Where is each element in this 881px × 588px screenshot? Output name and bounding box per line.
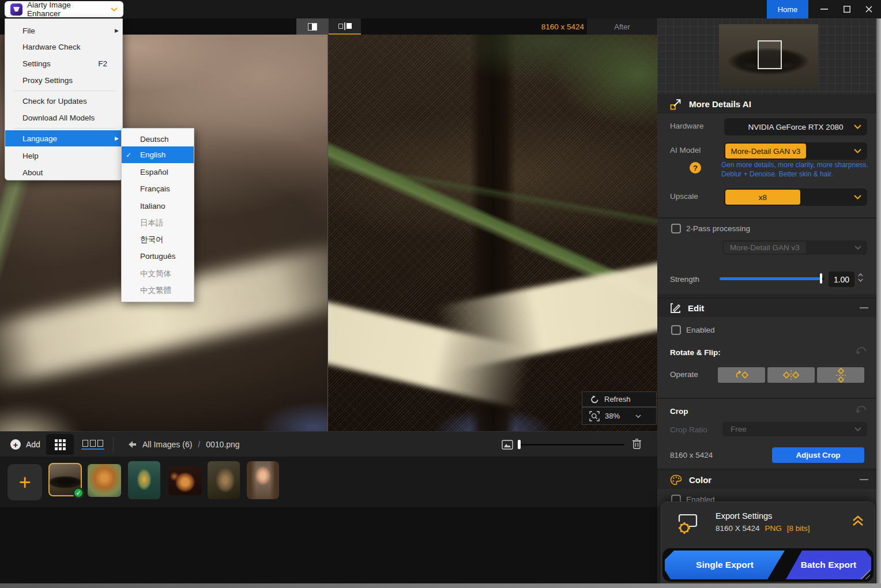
- chevron-down-icon: [854, 427, 861, 431]
- window-edge-right[interactable]: [876, 18, 881, 588]
- breadcrumb-current-file: 0010.png: [206, 440, 239, 449]
- menu-item-proxy-settings[interactable]: Proxy Settings: [5, 72, 123, 88]
- menu-item-download-models[interactable]: Download All Models: [5, 110, 123, 126]
- processed-check-icon: ✓: [73, 487, 84, 499]
- side-by-side-compare-button[interactable]: [329, 18, 361, 35]
- language-submenu: Deutsch ✓ English Español Français Itali…: [121, 128, 194, 302]
- edit-section-header[interactable]: Edit: [657, 297, 876, 317]
- minimize-button[interactable]: [814, 0, 834, 18]
- navigator-minimap: [657, 18, 876, 94]
- ai-model-value: More-Detail GAN v3: [725, 144, 806, 159]
- thumbnail-size-slider-handle[interactable]: [518, 440, 521, 449]
- flip-horizontal-button[interactable]: [767, 367, 815, 383]
- menu-item-check-updates[interactable]: Check for Updates: [5, 93, 123, 109]
- crop-undo-icon[interactable]: [856, 405, 867, 413]
- collapse-edit-icon[interactable]: [860, 307, 868, 308]
- language-item-korean[interactable]: 한국어: [122, 231, 194, 248]
- back-arrow-icon[interactable]: [128, 440, 137, 448]
- thumbnail-butterfly-selected[interactable]: ✓: [48, 463, 82, 496]
- language-item-portugues[interactable]: Português: [122, 248, 194, 265]
- menu-item-about[interactable]: About: [5, 164, 123, 180]
- export-bit-depth: [8 bits]: [787, 524, 810, 533]
- edit-enabled-checkbox[interactable]: [671, 325, 681, 335]
- rotate-flip-undo-icon[interactable]: [856, 346, 867, 355]
- crop-ratio-label: Crop Ratio: [670, 425, 707, 434]
- navigator-viewport-rect[interactable]: [758, 40, 782, 69]
- ai-model-dropdown[interactable]: More-Detail GAN v3: [724, 142, 867, 160]
- language-label: 한국어: [140, 235, 164, 245]
- menu-item-label: About: [22, 168, 43, 177]
- menu-item-help[interactable]: Help: [5, 148, 123, 164]
- language-label: Português: [140, 252, 176, 261]
- filmstrip-view-button[interactable]: [78, 434, 107, 455]
- collapse-color-icon[interactable]: [860, 479, 868, 480]
- after-tab[interactable]: After: [587, 18, 657, 35]
- thumbnail-size-slider[interactable]: [519, 444, 624, 446]
- single-export-button[interactable]: Single Export: [665, 551, 785, 579]
- menu-item-label: Download All Models: [22, 114, 95, 122]
- maximize-button[interactable]: [837, 0, 857, 18]
- language-item-italiano[interactable]: Italiano: [122, 198, 194, 214]
- language-item-japanese[interactable]: 日本語: [122, 214, 194, 231]
- refresh-button[interactable]: Refresh: [582, 391, 657, 407]
- filmstrip: + ✓: [0, 457, 657, 507]
- menu-item-file[interactable]: File ▶: [5, 22, 123, 39]
- crop-size-value: 8160 x 5424: [670, 451, 713, 459]
- thumbnail-terrarium[interactable]: [128, 461, 160, 499]
- menu-item-hardware-check[interactable]: Hardware Check: [5, 39, 123, 55]
- rotate-left-button[interactable]: [718, 367, 765, 383]
- language-item-espanol[interactable]: Español: [122, 164, 194, 180]
- language-item-deutsch[interactable]: Deutsch: [122, 131, 194, 148]
- app-menu-button[interactable]: Aiarty Image Enhancer: [5, 1, 123, 17]
- upscale-dropdown[interactable]: x8: [724, 189, 867, 206]
- strength-slider[interactable]: [720, 277, 824, 280]
- language-label: Italiano: [140, 202, 165, 210]
- collapse-export-icon[interactable]: [852, 515, 864, 527]
- grid-view-icon: [55, 439, 66, 450]
- add-image-tile[interactable]: +: [7, 464, 42, 500]
- zoom-control[interactable]: 38%: [582, 407, 657, 425]
- batch-export-button[interactable]: Batch Export: [786, 551, 871, 579]
- breadcrumb-all-images[interactable]: All Images (6): [142, 440, 192, 449]
- language-item-chinese-simplified[interactable]: 中文简体: [122, 265, 194, 282]
- menu-item-language[interactable]: Language ▶: [5, 130, 123, 146]
- language-item-francais[interactable]: Français: [122, 180, 194, 197]
- edit-divider: [657, 398, 876, 399]
- crop-title: Crop: [670, 407, 688, 416]
- adjust-crop-button[interactable]: Adjust Crop: [772, 447, 864, 463]
- strength-label: Strength: [670, 275, 699, 284]
- export-settings-title: Export Settings: [716, 511, 772, 521]
- breadcrumb: All Images (6) / 0010.png: [128, 432, 240, 457]
- thumbnail-tiger[interactable]: [88, 464, 121, 497]
- strength-slider-handle[interactable]: [820, 273, 822, 284]
- language-item-chinese-traditional[interactable]: 中文繁體: [122, 282, 194, 299]
- two-pass-checkbox[interactable]: [671, 224, 681, 233]
- thumbnail-dog[interactable]: [208, 461, 240, 499]
- add-image-button[interactable]: + Add: [6, 432, 45, 457]
- grid-view-button[interactable]: [46, 434, 74, 455]
- window-edge-bottom[interactable]: [0, 583, 881, 588]
- selected-check-icon: ✓: [126, 151, 131, 159]
- export-card: Export Settings 8160 X 5424 PNG [8 bits]…: [661, 502, 875, 588]
- thumbnail-portrait[interactable]: [247, 461, 279, 499]
- trash-icon[interactable]: [632, 438, 642, 450]
- thumbnail-burger[interactable]: [168, 466, 202, 495]
- titlebar: Aiarty Image Enhancer Home: [0, 0, 881, 18]
- split-compare-button[interactable]: [296, 18, 329, 35]
- model-help-icon[interactable]: ?: [690, 162, 701, 174]
- color-section-header[interactable]: Color: [657, 469, 876, 489]
- language-item-english-selected[interactable]: ✓ English: [122, 146, 194, 163]
- strength-stepper[interactable]: [858, 273, 863, 282]
- close-button[interactable]: [859, 0, 879, 18]
- stepper-down-icon[interactable]: [858, 278, 863, 282]
- home-button[interactable]: Home: [767, 0, 808, 18]
- stepper-up-icon[interactable]: [858, 273, 863, 277]
- flip-vertical-button[interactable]: [817, 367, 864, 383]
- hardware-dropdown[interactable]: NVIDIA GeForce RTX 2080: [724, 118, 867, 135]
- language-label: 中文简体: [140, 269, 171, 279]
- export-settings-icon[interactable]: [675, 512, 701, 536]
- chevron-down-icon: [854, 149, 861, 153]
- chevron-down-icon: [854, 125, 861, 129]
- language-label: English: [140, 150, 165, 159]
- menu-item-settings[interactable]: Settings F2: [5, 55, 123, 71]
